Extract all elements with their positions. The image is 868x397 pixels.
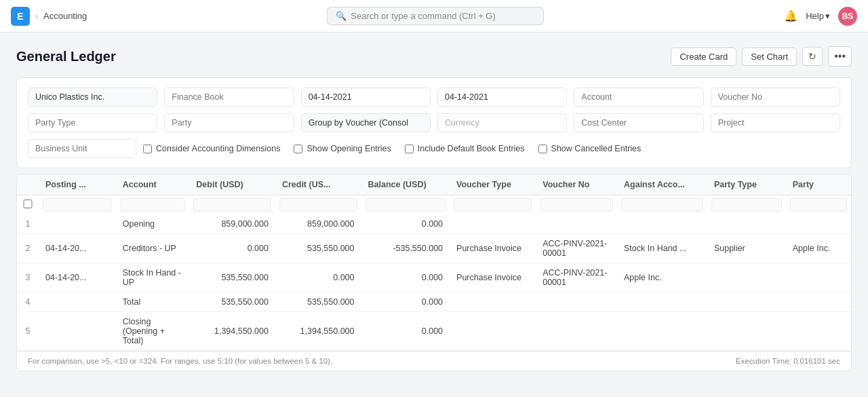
include-default-label[interactable]: Include Default Book Entries <box>405 144 525 153</box>
page-header: General Ledger Create Card Set Chart ↻ •… <box>16 46 852 67</box>
show-opening-label[interactable]: Show Opening Entries <box>294 144 391 153</box>
cell-posting <box>39 312 116 351</box>
col-voucher-no[interactable]: Voucher No <box>536 174 617 195</box>
table-filter-row <box>17 195 851 215</box>
filter-area: Currency Consider Accounting Dimensions … <box>16 77 852 168</box>
set-chart-button[interactable]: Set Chart <box>742 48 797 66</box>
business-unit-filter[interactable] <box>28 139 136 158</box>
col-balance[interactable]: Balance (USD) <box>361 174 450 195</box>
cell-against-acco: Apple Inc. <box>617 263 707 292</box>
chevron-down-icon: ▾ <box>825 11 830 21</box>
topbar: E › Accounting 🔍 Search or type a comman… <box>0 0 868 33</box>
party-type-filter[interactable] <box>28 113 157 132</box>
cell-credit: 535,550.000 <box>275 292 361 312</box>
breadcrumb-accounting[interactable]: Accounting <box>43 11 87 21</box>
show-cancelled-label[interactable]: Show Cancelled Entries <box>538 144 642 153</box>
cell-credit: 0.000 <box>275 263 361 292</box>
cell-posting <box>39 292 116 312</box>
cell-party: Apple Inc. <box>786 234 851 263</box>
table-header-row: Posting ... Account Debit (USD) Credit (… <box>17 174 851 195</box>
cell-party <box>786 312 851 351</box>
cell-party-type <box>707 214 786 234</box>
col-voucher-type[interactable]: Voucher Type <box>450 174 536 195</box>
project-filter[interactable] <box>711 113 840 132</box>
cell-balance: -535,550.000 <box>361 234 450 263</box>
company-filter[interactable] <box>28 88 157 107</box>
filter-party-input[interactable] <box>790 198 847 212</box>
checkbox-row: Consider Accounting Dimensions Show Open… <box>143 144 641 153</box>
filter-voucher-type-input[interactable] <box>454 198 532 212</box>
group-by-filter[interactable] <box>301 113 431 132</box>
col-credit[interactable]: Credit (US... <box>275 174 361 195</box>
filter-against-acco-input[interactable] <box>621 198 703 212</box>
date-from-filter[interactable] <box>301 88 431 107</box>
account-filter[interactable] <box>574 88 703 107</box>
show-cancelled-checkbox[interactable] <box>538 145 547 153</box>
col-debit[interactable]: Debit (USD) <box>189 174 275 195</box>
search-icon: 🔍 <box>336 11 347 21</box>
page: General Ledger Create Card Set Chart ↻ •… <box>0 33 868 385</box>
filter-account-input[interactable] <box>120 198 186 212</box>
currency-filter[interactable]: Currency <box>437 113 567 132</box>
cell-posting <box>39 214 116 234</box>
cell-posting: 04-14-20... <box>39 234 116 263</box>
cell-debit: 0.000 <box>189 234 275 263</box>
cell-voucher-no: ACC-PINV-2021-00001 <box>536 263 617 292</box>
filter-party-type-input[interactable] <box>711 198 782 212</box>
col-party[interactable]: Party <box>786 174 851 195</box>
more-options-button[interactable]: ••• <box>828 46 852 67</box>
cell-voucher-type <box>450 292 536 312</box>
notification-bell-button[interactable]: 🔔 <box>784 10 797 22</box>
cell-against-acco: Stock In Hand ... <box>617 234 707 263</box>
cell-debit: 535,550.000 <box>189 263 275 292</box>
cell-account: Closing (Opening + Total) <box>116 312 190 351</box>
cell-against-acco <box>617 312 707 351</box>
filter-balance-input[interactable] <box>366 198 446 212</box>
table-row: 4 Total 535,550.000 535,550.000 0.000 <box>17 292 851 312</box>
cell-party-type <box>707 312 786 351</box>
filter-debit-input[interactable] <box>193 198 271 212</box>
refresh-button[interactable]: ↻ <box>802 47 823 66</box>
col-checkbox <box>17 174 39 195</box>
cell-party <box>786 263 851 292</box>
col-party-type[interactable]: Party Type <box>707 174 786 195</box>
consider-accounting-label[interactable]: Consider Accounting Dimensions <box>143 144 280 153</box>
help-label: Help <box>806 11 824 21</box>
cell-credit: 859,000.000 <box>275 214 361 234</box>
create-card-button[interactable]: Create Card <box>671 48 736 66</box>
cell-against-acco <box>617 292 707 312</box>
hint-text: For comparison, use >5, <10 or =324. For… <box>28 357 332 365</box>
cell-voucher-no <box>536 214 617 234</box>
col-account[interactable]: Account <box>116 174 190 195</box>
cell-party-type <box>707 292 786 312</box>
filter-row-3: Consider Accounting Dimensions Show Open… <box>28 139 840 158</box>
select-all-checkbox[interactable] <box>21 200 35 208</box>
date-to-filter[interactable] <box>437 88 567 107</box>
finance-book-filter[interactable] <box>164 88 294 107</box>
cell-account: Creditors - UP <box>116 234 190 263</box>
search-placeholder-text: Search or type a command (Ctrl + G) <box>351 11 496 21</box>
cell-debit: 859,000.000 <box>189 214 275 234</box>
filter-posting-input[interactable] <box>43 198 112 212</box>
party-filter[interactable] <box>164 113 294 132</box>
cell-party-type: Supplier <box>707 234 786 263</box>
consider-accounting-checkbox[interactable] <box>143 145 152 153</box>
col-against-acco[interactable]: Against Acco... <box>617 174 707 195</box>
status-footer: For comparison, use >5, <10 or =324. For… <box>17 351 851 371</box>
show-opening-checkbox[interactable] <box>294 145 302 153</box>
cell-account: Stock In Hand - UP <box>116 263 190 292</box>
filter-voucher-no-input[interactable] <box>540 198 613 212</box>
search-bar[interactable]: 🔍 Search or type a command (Ctrl + G) <box>327 7 544 25</box>
avatar[interactable]: BS <box>838 7 857 26</box>
help-button[interactable]: Help ▾ <box>806 11 830 21</box>
include-default-checkbox[interactable] <box>405 145 414 153</box>
cost-center-filter[interactable] <box>574 113 703 132</box>
breadcrumb-separator: › <box>35 12 38 21</box>
voucher-no-filter[interactable] <box>711 88 840 107</box>
app-icon[interactable]: E <box>11 7 30 26</box>
filter-credit-input[interactable] <box>279 198 357 212</box>
cell-party <box>786 214 851 234</box>
col-posting[interactable]: Posting ... <box>39 174 116 195</box>
table-row: 3 04-14-20... Stock In Hand - UP 535,550… <box>17 263 851 292</box>
row-number: 3 <box>17 263 39 292</box>
